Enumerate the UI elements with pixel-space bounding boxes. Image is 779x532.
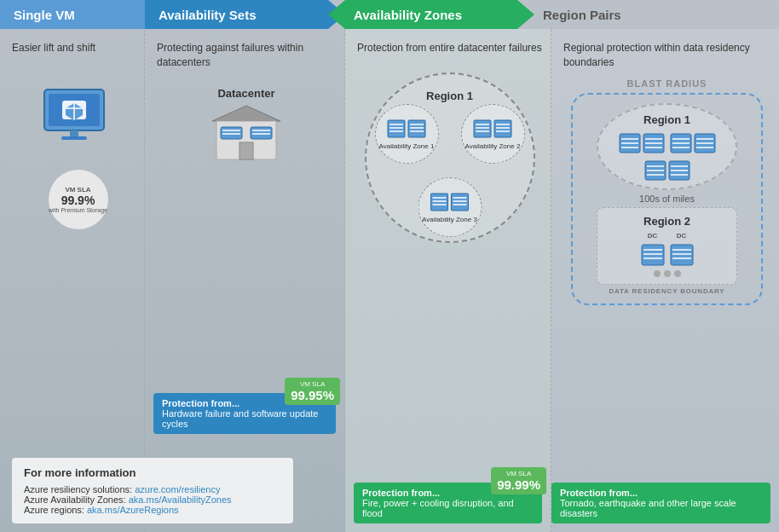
avail-zones-protection-container: VM SLA 99.99% Protection from... Fire, p… [354,483,542,523]
az-zone2-dc-icons [473,117,512,139]
datacenter-icon [204,104,289,164]
svg-rect-69 [671,245,693,265]
header-single-vm-label: Single VM [14,8,75,22]
header-avail-sets: Availability Sets [145,0,345,29]
region2-dc2-label: DC [677,232,687,240]
region2-label: Region 2 [602,215,732,228]
info-line3-text: Azure regions: [24,505,87,515]
avail-sets-prot-relative: VM SLA 99.95% Protection from... Hardwar… [153,393,336,434]
az-zone1-dc-icon-left [387,117,406,139]
region1-server1 [619,130,641,154]
svg-rect-10 [239,142,253,159]
region1-server2 [643,130,665,154]
az-zone3-label: Availability Zone 3 [422,216,477,223]
svg-rect-37 [452,194,469,211]
avail-sets-subtitle: Protecting against failures within datac… [157,41,336,70]
az-zone3-dc-icon-right [451,190,470,212]
single-vm-sla-sub: with Premium Storage [49,207,107,213]
avail-zones-prot-detail: Fire, power + cooling disruption, and fl… [362,498,534,518]
region2-dc2: DC [670,232,694,267]
avail-sets-prot-detail: Hardware failure and software update cyc… [162,408,327,429]
region2-box: Region 2 DC DC [597,207,737,285]
az-outer-circle: Region 1 [365,72,535,243]
info-box: For more information Azure resiliency so… [12,458,293,523]
single-vm-sla-value: 99.9% [61,194,95,207]
single-vm-sla-container: VM SLA 99.9% with Premium Storage [12,161,136,229]
single-vm-sla-label: VM SLA [65,186,90,194]
region2-dc1-icon [641,241,665,267]
info-line2-link[interactable]: aka.ms/AvailabilityZones [129,494,232,505]
region2-dc2-icon [670,241,694,267]
single-vm-column: Easier lift and shift VM SLA 99.9% [0,29,145,532]
info-line1-link[interactable]: azure.com/resiliency [135,484,220,494]
avail-sets-protection-container: VM SLA 99.95% Protection from... Hardwar… [153,385,336,434]
blast-radius-label: BLAST RADIUS [563,78,770,89]
info-line1: Azure resiliency solutions: azure.com/re… [24,484,281,494]
svg-marker-8 [212,106,280,121]
miles-label: 100s of miles [580,194,754,204]
region2-dots [602,270,732,277]
svg-rect-7 [61,136,87,140]
header-single-vm: Single VM [0,0,145,29]
single-vm-sla-badge: VM SLA 99.9% with Premium Storage [49,170,108,229]
info-line3-link[interactable]: aka.ms/AzureRegions [87,505,179,515]
main-content: Easier lift and shift VM SLA 99.9% [0,29,779,532]
avail-sets-sla-badge: VM SLA 99.95% [285,378,340,405]
az-zone2-label: Availability Zone 2 [465,142,521,150]
svg-rect-14 [251,127,272,139]
az-zone-1: Availability Zone 1 [375,104,439,164]
az-zone-3: Availability Zone 3 [418,177,482,237]
region-pairs-outer-container: Region 1 [571,93,763,305]
header-avail-zones: Availability Zones [328,0,534,29]
avail-sets-sla-badge-label: VM SLA [291,380,334,388]
region1-server6 [668,158,690,182]
region1-server4 [694,130,716,154]
region1-server5 [644,158,666,182]
region1-server-group2 [670,130,716,154]
avail-zones-prot-relative: VM SLA 99.99% Protection from... Fire, p… [354,483,542,523]
region1-label: Region 1 [603,113,731,126]
region1-server-group3 [603,158,731,182]
region2-dc1: DC [641,232,665,267]
region2-icons: DC DC [602,232,732,267]
info-box-title: For more information [24,466,281,479]
avail-zones-sla-badge-value: 99.99% [497,477,540,492]
az-zone2-dc-icon-left [473,117,492,139]
region-pairs-prot-detail: Tornado, earthquake and other large scal… [560,498,762,518]
az-region1-label: Region 1 [426,90,473,102]
avail-sets-sla-badge-value: 99.95% [291,388,334,402]
az-zone3-dc-icons [430,190,470,212]
header-avail-zones-label: Availability Zones [354,8,462,22]
info-line3: Azure regions: aka.ms/AzureRegions [24,505,281,515]
datacenter-label: Datacenter [157,87,336,100]
svg-rect-33 [431,194,448,211]
region1-circle: Region 1 [597,103,737,190]
svg-rect-25 [474,120,491,137]
avail-zones-subtitle: Protection from entire datacenter failur… [357,41,542,55]
az-zone-2: Availability Zone 2 [461,104,525,164]
header-avail-sets-label: Availability Sets [159,8,257,22]
avail-zones-sla-badge-label: VM SLA [497,470,540,477]
dot3 [674,270,681,277]
region-pairs-column: Regional protection within data residenc… [551,29,779,532]
region2-dc1-label: DC [648,232,658,240]
svg-rect-11 [221,127,242,139]
dot1 [654,270,661,277]
info-line2-text: Azure Availability Zones: [24,494,129,505]
az-zone1-label: Availability Zone 1 [379,142,435,150]
az-zone3-dc-icon-left [430,190,449,212]
svg-rect-65 [642,245,664,265]
single-vm-subtitle: Easier lift and shift [12,41,136,55]
avail-sets-column: Protecting against failures within datac… [145,29,345,532]
avail-zones-sla-badge: VM SLA 99.99% [491,467,546,494]
region-pairs-prot-title: Protection from... [560,488,762,498]
region1-icons [603,130,731,154]
header-region-pairs-label: Region Pairs [543,8,621,22]
datacenter-area: Datacenter [157,87,336,167]
region-pairs-subtitle: Regional protection within data residenc… [563,41,770,70]
region1-container: Region 1 [580,103,754,190]
region-pairs-protection-box: Protection from... Tornado, earthquake a… [551,483,770,523]
svg-rect-17 [388,120,405,137]
az-diagram: Region 1 [361,64,540,252]
info-line1-text: Azure resiliency solutions: [24,484,135,494]
